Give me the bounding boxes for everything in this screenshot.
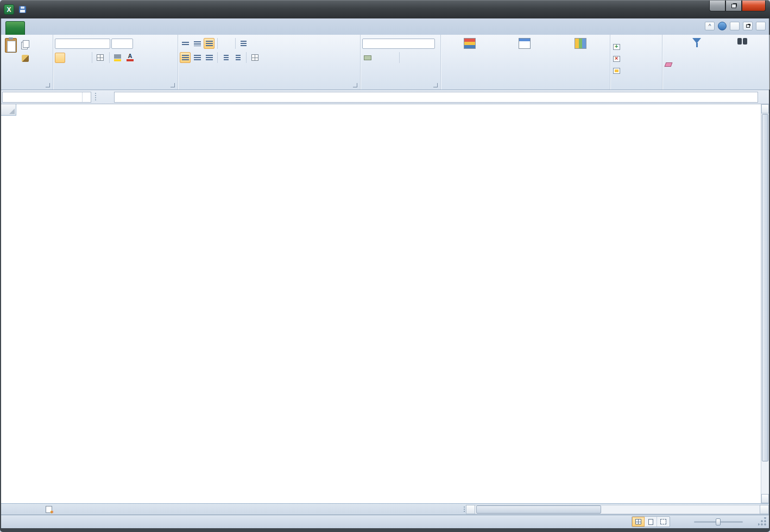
status-bar (1, 515, 769, 528)
font-color-icon: A (127, 54, 134, 61)
decrease-decimal-button[interactable] (414, 53, 424, 63)
increase-font-button[interactable] (134, 39, 144, 49)
redo-button[interactable] (44, 5, 55, 15)
page-break-view-button[interactable] (657, 517, 670, 527)
doc-restore-button[interactable] (743, 22, 753, 30)
insert-function-button[interactable] (100, 92, 114, 103)
ribbon-group-cells (610, 35, 662, 90)
expand-formula-bar-button[interactable] (758, 92, 768, 103)
cell-styles-icon (575, 38, 586, 49)
page-layout-view-button[interactable] (645, 517, 657, 527)
doc-minimize-button[interactable] (730, 22, 740, 30)
tab-datei[interactable] (5, 21, 25, 35)
dialog-launcher-icon[interactable] (171, 83, 175, 87)
clear-button[interactable] (664, 59, 674, 70)
resize-grip[interactable] (758, 517, 767, 526)
copy-button[interactable] (19, 39, 31, 49)
format-cells-button[interactable] (612, 65, 660, 77)
ribbon-group-clipboard (1, 35, 53, 90)
scroll-down-button[interactable] (761, 494, 769, 503)
minimize-button[interactable] (709, 1, 725, 11)
align-center-button[interactable] (192, 52, 203, 63)
wrap-text-button[interactable] (238, 37, 251, 49)
conditional-formatting-button[interactable] (443, 36, 497, 81)
window-controls (709, 1, 766, 11)
thousands-button[interactable] (386, 53, 396, 63)
italic-button[interactable] (66, 53, 77, 63)
select-all-button[interactable] (1, 104, 16, 116)
insert-cells-button[interactable] (612, 41, 660, 53)
scroll-up-button[interactable] (761, 104, 769, 113)
close-button[interactable] (742, 1, 766, 11)
horizontal-scrollbar[interactable] (462, 504, 769, 515)
format-painter-button[interactable] (19, 53, 31, 64)
page-break-icon (660, 519, 666, 524)
find-select-button[interactable] (719, 36, 765, 81)
font-color-button[interactable]: A (125, 53, 135, 63)
percent-button[interactable] (375, 53, 385, 63)
collapse-ribbon-button[interactable]: ^ (705, 22, 715, 30)
first-sheet-button[interactable] (1, 504, 11, 515)
scroll-left-button[interactable] (466, 505, 475, 514)
align-top-button[interactable] (180, 38, 191, 49)
increase-indent-button[interactable] (232, 52, 243, 63)
fill-button[interactable] (664, 48, 674, 59)
insert-worksheet-button[interactable] (42, 504, 55, 515)
next-sheet-button[interactable] (22, 504, 32, 515)
align-right-button[interactable] (204, 52, 214, 63)
name-box[interactable] (2, 92, 91, 103)
borders-icon (97, 54, 104, 61)
help-icon[interactable] (718, 22, 727, 30)
dialog-launcher-icon[interactable] (433, 83, 438, 87)
excel-logo-icon[interactable]: X (4, 4, 14, 15)
orientation-button[interactable] (220, 38, 231, 49)
fill-color-button[interactable] (112, 53, 123, 63)
font-name-select[interactable] (55, 39, 110, 49)
doc-close-button[interactable] (756, 22, 766, 30)
wrap-text-icon (241, 41, 247, 47)
vertical-scroll-thumb[interactable] (762, 114, 768, 461)
accounting-format-button[interactable] (362, 53, 373, 63)
save-button[interactable] (17, 5, 28, 15)
paste-button[interactable] (3, 36, 19, 81)
qat-customize-button[interactable] (58, 5, 68, 15)
font-size-select[interactable] (111, 39, 133, 49)
underline-button[interactable] (78, 53, 88, 63)
number-format-select[interactable] (362, 39, 435, 49)
delete-cells-icon (613, 56, 620, 62)
normal-view-icon (635, 519, 641, 524)
autosum-button[interactable] (664, 37, 674, 48)
last-sheet-button[interactable] (32, 504, 42, 515)
format-painter-icon (22, 55, 29, 62)
formula-bar-splitter[interactable] (93, 93, 98, 102)
tab-scroll-splitter[interactable] (462, 505, 466, 514)
scroll-right-button[interactable] (760, 505, 769, 514)
dialog-launcher-icon[interactable] (46, 83, 50, 87)
decrease-font-button[interactable] (146, 39, 156, 49)
decrease-indent-icon (224, 55, 229, 61)
align-left-button[interactable] (180, 52, 191, 63)
zoom-slider[interactable] (694, 521, 743, 523)
format-as-table-button[interactable] (497, 36, 552, 81)
bold-button[interactable] (55, 53, 65, 63)
normal-view-button[interactable] (632, 517, 645, 527)
delete-cells-button[interactable] (612, 53, 660, 65)
decrease-indent-button[interactable] (220, 52, 231, 63)
horizontal-scroll-thumb[interactable] (476, 505, 601, 514)
cell-styles-button[interactable] (553, 36, 608, 81)
spreadsheet-grid (1, 104, 769, 503)
sort-filter-button[interactable] (674, 36, 719, 81)
restore-button[interactable] (725, 1, 742, 11)
align-bottom-button[interactable] (204, 38, 214, 49)
align-middle-button[interactable] (192, 38, 203, 49)
prev-sheet-button[interactable] (11, 504, 22, 515)
borders-button[interactable] (95, 53, 105, 63)
zoom-slider-thumb[interactable] (716, 518, 721, 525)
increase-decimal-button[interactable] (402, 53, 413, 63)
chevron-down-icon (82, 92, 91, 102)
merge-center-button[interactable] (249, 52, 265, 64)
vertical-scrollbar[interactable] (761, 104, 769, 503)
formula-input[interactable] (114, 92, 758, 103)
dialog-launcher-icon[interactable] (353, 83, 357, 87)
undo-button[interactable] (30, 5, 41, 15)
